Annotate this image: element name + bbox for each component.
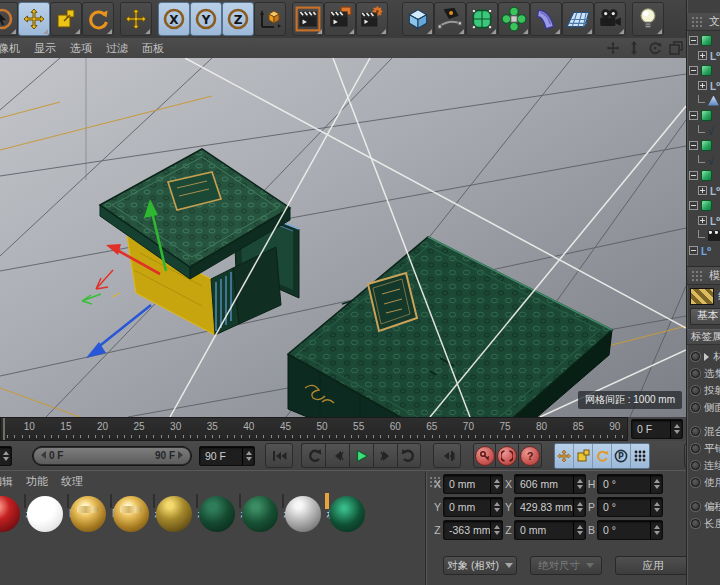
attribute-manager-menu[interactable]: 模式 [709,268,720,283]
zoom-view-icon[interactable] [626,40,641,55]
next-key-button[interactable] [397,443,421,468]
keyframe-dot-icon[interactable] [691,427,700,436]
keyframe-dot-icon[interactable] [691,519,700,528]
object-tree-row[interactable] [687,78,720,93]
keyframe-dot-icon[interactable] [691,386,700,395]
tree-expander-icon[interactable] [698,186,707,195]
menu-edit[interactable]: 编辑 [0,474,13,489]
rotation-input[interactable]: 0 ° [597,474,663,494]
preview-range-pill[interactable]: 0 F 90 F [34,448,190,464]
render-to-picture-viewer-button[interactable] [324,2,356,36]
render-view-button[interactable] [292,2,324,36]
object-type-icon[interactable] [701,170,712,181]
object-tree-row[interactable] [687,93,720,108]
spinner-arrows-icon[interactable] [573,498,585,516]
left-tea-box[interactable] [100,149,299,335]
object-type-icon[interactable] [708,234,720,241]
floor-button[interactable] [562,2,594,36]
spinner-arrows-icon[interactable] [650,521,662,539]
rotate-tool-button[interactable] [82,2,114,36]
spinner-arrows-icon[interactable] [573,475,585,493]
menu-texture[interactable]: 纹理 [61,474,83,489]
object-tree-row[interactable] [687,228,720,243]
tree-expander-icon[interactable] [698,51,707,60]
spinner-arrows-icon[interactable] [490,498,502,516]
key-parameter-toggle[interactable]: P [612,444,631,468]
current-frame-spinner[interactable]: 0 F [631,419,683,439]
apply-button[interactable]: 应用 [615,556,691,575]
material-swatch[interactable]: 材质.2 [153,495,195,522]
spinner-arrows-icon[interactable] [490,521,502,539]
keyframe-dot-icon[interactable] [691,352,700,361]
material-swatch[interactable]: 材质.1 [325,495,367,522]
3d-viewport[interactable]: 网格间距 : 1000 mm [0,58,686,417]
spinner-arrows-icon[interactable] [0,447,11,465]
camera-button[interactable] [594,2,626,36]
right-tea-box[interactable] [288,237,612,417]
tree-expander-icon[interactable] [698,125,705,133]
spinner-arrows-icon[interactable] [573,521,585,539]
lock-x-axis-button[interactable]: X [158,2,190,36]
rotation-input[interactable]: 0 ° [597,497,663,517]
texture-tag-thumbnail[interactable] [690,288,714,305]
tree-expander-icon[interactable] [689,111,698,120]
spinner-arrows-icon[interactable] [650,498,662,516]
object-type-icon[interactable] [701,245,712,257]
object-tree-row[interactable] [687,213,720,228]
size-mode-dropdown[interactable]: 绝对尺寸 [530,556,602,575]
tree-expander-icon[interactable] [689,66,698,75]
material-swatch[interactable]: 材质 [196,495,238,522]
key-pla-toggle[interactable] [631,444,649,468]
object-tree-row[interactable] [687,168,720,183]
spinner-arrows-icon[interactable] [242,447,254,465]
material-thumbnail[interactable] [24,494,26,508]
record-keyframe-button[interactable] [473,443,496,468]
spinner-arrows-icon[interactable] [650,475,662,493]
object-tree-row[interactable] [687,108,720,123]
material-thumbnail[interactable] [325,493,329,509]
material-thumbnail[interactable] [67,494,69,508]
object-tree-row[interactable] [687,63,720,78]
object-type-icon[interactable] [710,80,720,92]
material-thumbnail[interactable] [282,494,284,508]
material-swatch[interactable]: 材质.3 [24,495,66,522]
material-swatch[interactable]: Reflect [110,495,152,522]
object-tree-row[interactable] [687,138,720,153]
play-button[interactable] [349,443,373,468]
material-swatch[interactable]: 材质.4 [239,495,281,522]
timeline-ruler[interactable]: 1015202530354045505560657075808590 [0,417,628,441]
spinner-arrows-icon[interactable] [490,475,502,493]
autokeying-button[interactable] [496,443,519,468]
material-swatch[interactable]: Light M [67,495,109,522]
menu-display[interactable]: 显示 [34,41,56,56]
last-used-tool-button[interactable] [120,2,152,36]
object-type-icon[interactable] [710,50,720,62]
tree-expander-icon[interactable] [689,201,698,210]
panel-grip-icon[interactable] [691,270,704,282]
tag-properties-section[interactable]: 标签属性 [687,329,720,345]
position-input[interactable]: 0 mm [443,497,503,517]
tree-expander-icon[interactable] [698,155,705,163]
keyframe-dot-icon[interactable] [691,444,700,453]
object-type-icon[interactable] [708,125,714,137]
keyframe-help-button[interactable]: ? [519,443,542,468]
material-swatch[interactable]: 材质.6 [0,495,23,522]
object-type-icon[interactable] [710,185,720,197]
rotate-view-icon[interactable] [647,40,662,55]
object-type-icon[interactable] [701,65,712,76]
size-input[interactable]: 606 mm [514,474,586,494]
material-thumbnail[interactable] [239,494,241,508]
x-axis-arrow[interactable] [106,244,121,255]
object-tree-row[interactable] [687,48,720,63]
pan-view-icon[interactable] [605,40,620,55]
tree-expander-icon[interactable] [698,216,707,225]
keyframe-dot-icon[interactable] [691,461,700,470]
object-type-icon[interactable] [701,110,712,121]
spinner-arrows-icon[interactable] [670,420,682,438]
key-scale-toggle[interactable] [574,444,593,468]
frame-spinner-clipped[interactable] [0,446,12,466]
lock-y-axis-button[interactable]: Y [190,2,222,36]
rotation-input[interactable]: 0 ° [597,520,663,540]
tree-expander-icon[interactable] [698,81,707,90]
menu-function[interactable]: 功能 [26,474,48,489]
